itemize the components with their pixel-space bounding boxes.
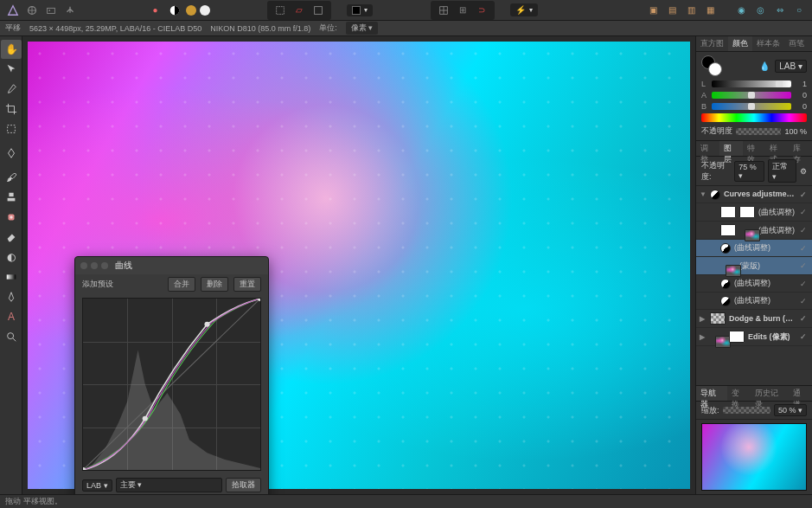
color-mode-select[interactable]: LAB ▾ (775, 60, 807, 73)
layer-thumb (726, 265, 741, 277)
tab-transform[interactable]: 变换 (727, 386, 751, 401)
tab-channels[interactable]: 通道 (789, 386, 812, 401)
arrange-back-icon[interactable]: ▣ (646, 3, 662, 18)
pen-tool[interactable] (1, 287, 22, 306)
tab-histogram[interactable]: 直方图 (696, 36, 728, 51)
curves-titlebar[interactable]: 曲线 (75, 257, 268, 274)
layer-visible-check[interactable]: ✓ (800, 261, 809, 270)
layer-row[interactable]: (曲线调整) ✓ (696, 240, 812, 257)
mask-dropdown[interactable]: ▾ (347, 4, 373, 16)
layer-gear-icon[interactable]: ⚙ (800, 167, 807, 176)
tab-history[interactable]: 历史记录 (751, 386, 789, 401)
text-tool[interactable]: A (1, 307, 22, 326)
stamp-tool[interactable] (1, 188, 22, 207)
grid-icon[interactable] (436, 3, 451, 18)
channel-select[interactable]: 主要 ▾ (116, 478, 222, 492)
delete-button[interactable]: 删除 (201, 277, 228, 292)
app-icon[interactable] (5, 3, 21, 18)
max-dot[interactable] (101, 262, 108, 269)
heal-tool[interactable] (1, 208, 22, 227)
arrange-backward-icon[interactable]: ▤ (665, 3, 681, 18)
zoom-value[interactable]: 50 % ▾ (774, 404, 807, 416)
layer-row[interactable]: (蒙版) ✓ (696, 257, 812, 275)
levels-icon[interactable] (186, 5, 196, 16)
reset-button[interactable]: 重置 (233, 277, 261, 292)
color-slider-L[interactable]: L 1 (701, 80, 807, 88)
navigator-preview[interactable] (701, 423, 807, 491)
layer-row[interactable]: (曲线调整) ✓ (696, 222, 812, 240)
hue-strip[interactable] (701, 113, 807, 122)
merge-button[interactable]: 合并 (168, 277, 195, 292)
unit-dropdown[interactable]: 像素 ▾ (346, 22, 379, 35)
brush-tool[interactable]: 🖌 (1, 168, 22, 187)
color-slider-B[interactable]: B 0 (701, 102, 807, 111)
layer-opacity-value[interactable]: 75 % ▾ (734, 161, 764, 182)
layer-row[interactable]: ▶ Dodge & burn (分组) ✓ (696, 310, 812, 328)
layer-row[interactable]: (曲线调整) ✓ (696, 275, 812, 293)
stock-icon[interactable] (43, 3, 59, 18)
white-circle-icon[interactable] (200, 5, 210, 16)
refine-icon[interactable]: ▱ (291, 3, 307, 18)
color-picker-tool[interactable] (1, 80, 22, 99)
assistant-dropdown[interactable]: ⚡▾ (510, 3, 538, 16)
color-swatch[interactable] (701, 55, 722, 76)
layer-visible-check[interactable]: ✓ (800, 244, 809, 253)
color-slider-A[interactable]: A 0 (701, 91, 807, 100)
flood-select-tool[interactable] (1, 144, 22, 163)
tab-color[interactable]: 颜色 (728, 36, 752, 51)
align-icon[interactable]: ◉ (734, 3, 750, 18)
layer-visible-check[interactable]: ✓ (800, 332, 809, 341)
color-tabs: 直方图 颜色 样本条 画笔 (696, 36, 812, 52)
tab-navigator[interactable]: 导航器 (696, 386, 727, 401)
layer-visible-check[interactable]: ✓ (800, 190, 809, 199)
snap-icon[interactable]: ⊞ (455, 3, 470, 18)
flip-v-icon[interactable]: ○ (791, 3, 807, 18)
layer-row[interactable]: ▼ Curves adjustments (分组 ✓ (696, 186, 812, 203)
zoom-tool[interactable] (1, 327, 22, 346)
layer-row[interactable]: (曲线调整) ✓ (696, 203, 812, 222)
layer-visible-check[interactable]: ✓ (800, 280, 809, 288)
layer-visible-check[interactable]: ✓ (800, 208, 809, 216)
curve-editor[interactable] (82, 298, 261, 471)
magnet-icon[interactable]: ⊃ (474, 3, 489, 18)
tab-layers[interactable]: 图层 (719, 141, 743, 156)
tab-adjust[interactable]: 调整 (696, 141, 719, 156)
tab-fx[interactable]: 特效 (743, 141, 766, 156)
tab-brushes[interactable]: 画笔 (784, 36, 809, 51)
min-dot[interactable] (91, 262, 98, 269)
eraser-tool[interactable] (1, 228, 22, 247)
selection-tool[interactable] (1, 119, 22, 138)
layer-blend-select[interactable]: 正常 ▾ (768, 159, 796, 183)
canvas-area[interactable]: 曲线 添加预设 合并 删除 重置 (22, 36, 695, 494)
channels-rgb-icon[interactable]: ● (148, 3, 163, 18)
share-icon[interactable] (62, 3, 78, 18)
arrange-forward-icon[interactable]: ▥ (684, 3, 700, 18)
layer-visible-check[interactable]: ✓ (800, 314, 809, 323)
arrange-front-icon[interactable]: ▦ (703, 3, 719, 18)
flip-h-icon[interactable]: ⇔ (772, 3, 788, 18)
colorspace-select[interactable]: LAB ▾ (82, 479, 112, 492)
zoom-slider[interactable] (723, 407, 770, 414)
layer-visible-check[interactable]: ✓ (800, 226, 809, 235)
distribute-icon[interactable]: ◎ (753, 3, 769, 18)
move-tool[interactable] (1, 60, 22, 79)
contrast-icon[interactable] (167, 3, 182, 18)
layer-row[interactable]: (曲线调整) ✓ (696, 293, 812, 310)
eyedropper-icon[interactable]: 💧 (759, 61, 770, 71)
quick-mask-icon[interactable] (310, 3, 326, 18)
dodge-tool[interactable]: ◐ (1, 248, 22, 267)
preset-label[interactable]: 添加预设 (82, 279, 163, 290)
persona-icon[interactable] (24, 3, 40, 18)
tab-styles[interactable]: 样式 (765, 141, 789, 156)
tab-stock[interactable]: 库存 (789, 141, 812, 156)
marquee-icon[interactable] (272, 3, 288, 18)
gradient-tool[interactable] (1, 267, 22, 286)
hand-tool[interactable]: ✋ (1, 40, 22, 59)
tab-swatches[interactable]: 样本条 (752, 36, 784, 51)
close-dot[interactable] (80, 262, 87, 269)
layer-row[interactable]: ▶ Edits (像素) ✓ (696, 328, 812, 346)
picker-button[interactable]: 拾取器 (226, 478, 261, 492)
crop-tool[interactable] (1, 100, 22, 119)
layer-visible-check[interactable]: ✓ (800, 297, 809, 305)
color-opacity-slider[interactable] (736, 128, 781, 135)
